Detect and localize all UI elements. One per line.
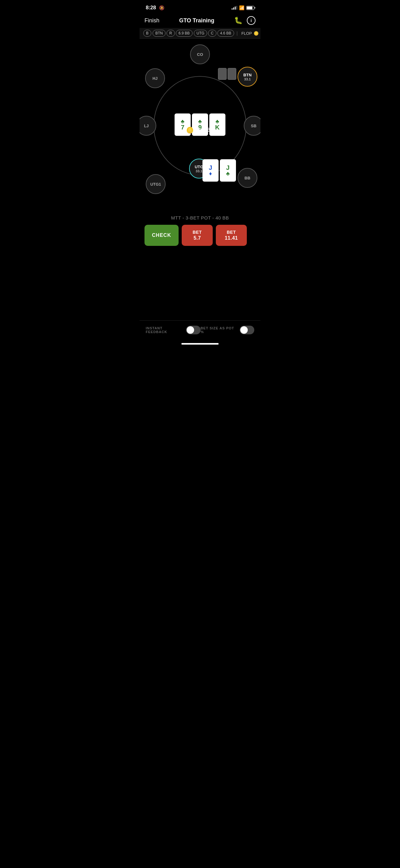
bug-icon[interactable]: 🐛 (234, 17, 242, 25)
bet1-amount: 5.7 (194, 235, 201, 241)
bet-size-pot-group: BET SIZE AS POT % (201, 326, 254, 334)
seat-utg1: UTG1 (146, 174, 166, 194)
hole-cards: J ♦ J ♣ (202, 159, 236, 182)
card-back-2 (228, 68, 236, 80)
wifi-icon: 📶 (239, 5, 244, 10)
instant-feedback-toggle[interactable] (186, 326, 201, 334)
action-buttons: CHECK BET 5.7 BET 11.41 (139, 225, 261, 252)
page-title: GTO Training (179, 18, 214, 24)
spacer (139, 252, 261, 320)
signal-icon (232, 6, 237, 10)
action-divider: | (237, 31, 238, 36)
nav-icons: 🐛 i (234, 16, 256, 25)
finish-button[interactable]: Finish (144, 18, 159, 24)
seat-co: CO (190, 44, 210, 64)
card-back-1 (218, 68, 227, 80)
status-time: 8:28 (146, 5, 156, 11)
check-button[interactable]: CHECK (144, 225, 178, 246)
instant-feedback-group: INSTANT FEEDBACK (146, 326, 201, 334)
bottom-toggles: INSTANT FEEDBACK BET SIZE AS POT % (139, 320, 261, 341)
action-b-pill: B (143, 30, 151, 37)
bet-11-41-button[interactable]: BET 11.41 (216, 225, 247, 246)
seat-btn: BTN 33.1 (237, 67, 257, 87)
bet2-amount: 11.41 (225, 235, 238, 241)
action-btn-tag: BTN R 6.9 BB (153, 30, 193, 37)
seat-sb: SB (244, 116, 261, 136)
pot-display: 🪙 16.3 BB (186, 126, 214, 134)
seat-hj: HJ (145, 68, 165, 88)
nav-bar: Finish GTO Training 🐛 i (139, 14, 261, 28)
status-icons: 📶 (232, 5, 254, 10)
info-button[interactable]: i (247, 16, 256, 25)
battery-icon (246, 6, 254, 10)
pot-amount: 16.3 BB (196, 127, 214, 133)
poker-table: CO BTN 33.1 SB BB UTG1 LJ HJ ♣ 7 ♣ 9 ♣ (139, 39, 261, 213)
home-indicator (181, 343, 219, 345)
bet-size-pot-label: BET SIZE AS POT % (201, 326, 237, 334)
hole-card-2: J ♣ (220, 159, 236, 182)
bet-5-7-button[interactable]: BET 5.7 (182, 225, 213, 246)
action-bar: B BTN R 6.9 BB UTG C 4.6 BB | FLOP 🪙 16.… (139, 28, 261, 39)
coins-small-icon: 🪙 (254, 31, 259, 36)
bet-size-pot-toggle[interactable] (240, 326, 254, 334)
game-info: MTT - 3-BET POT - 40 BB (139, 213, 261, 225)
hole-card-1: J ♦ (202, 159, 219, 182)
bet1-label: BET (193, 230, 202, 235)
btn-hole-cards (218, 68, 236, 80)
mute-icon: 🔕 (159, 5, 164, 10)
instant-feedback-label: INSTANT FEEDBACK (146, 326, 183, 334)
flop-label: FLOP 🪙 16.3 BB (241, 31, 261, 36)
pot-coins-icon: 🪙 (186, 126, 194, 134)
bet2-label: BET (227, 230, 236, 235)
seat-bb: BB (237, 168, 257, 188)
status-bar: 8:28 🔕 📶 (139, 0, 261, 14)
action-utg-tag: UTG C 4.6 BB (194, 30, 234, 37)
flop-text: FLOP (241, 31, 252, 36)
